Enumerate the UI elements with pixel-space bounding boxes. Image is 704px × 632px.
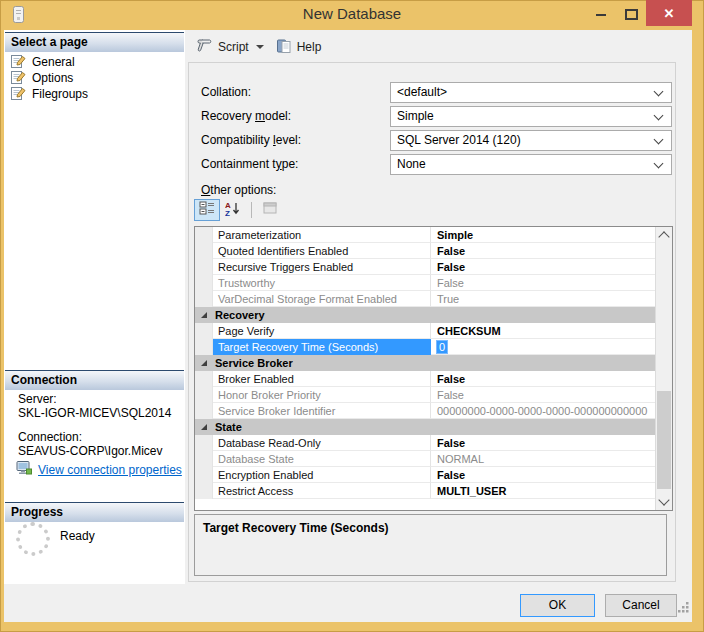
property-name[interactable]: Database State [213, 451, 431, 467]
property-name[interactable]: Parameterization [213, 227, 431, 243]
property-value[interactable]: False [431, 243, 656, 259]
recovery-model-label: Recovery model: [201, 106, 291, 127]
maximize-button[interactable] [616, 0, 646, 26]
property-value[interactable]: Simple [431, 227, 656, 243]
grid-property-row[interactable]: Quoted Identifiers EnabledFalse [195, 243, 656, 259]
grid-property-row[interactable]: Honor Broker PriorityFalse [195, 387, 656, 403]
row-gutter [195, 323, 213, 339]
description-panel: Target Recovery Time (Seconds) [194, 514, 667, 576]
minimize-button[interactable] [586, 0, 616, 26]
cancel-button[interactable]: Cancel [605, 594, 677, 617]
collation-row: Collation:<default> [189, 82, 675, 103]
recovery-model-combobox[interactable]: Simple [390, 106, 672, 127]
property-value[interactable]: False [431, 467, 656, 483]
sidebar-item-general[interactable]: General [10, 54, 183, 70]
grid-property-row[interactable]: Encryption EnabledFalse [195, 467, 656, 483]
grid-property-row[interactable]: Restrict AccessMULTI_USER [195, 483, 656, 499]
combobox-value: SQL Server 2014 (120) [397, 133, 521, 147]
property-value[interactable]: True [431, 291, 656, 307]
property-value[interactable]: False [431, 371, 656, 387]
property-name[interactable]: Broker Enabled [213, 371, 431, 387]
script-button[interactable]: Script [190, 35, 270, 59]
book-icon [276, 38, 292, 57]
grid-category-row[interactable]: Service Broker [195, 355, 656, 371]
grid-property-row[interactable]: ParameterizationSimple [195, 227, 656, 243]
categorized-view-button[interactable] [194, 199, 220, 221]
grid-property-row[interactable]: TrustworthyFalse [195, 275, 656, 291]
scroll-up-arrow-icon[interactable] [658, 231, 669, 242]
combobox-value: Simple [397, 109, 434, 123]
row-gutter [195, 467, 213, 483]
resize-grip[interactable] [676, 600, 690, 618]
property-name[interactable]: Restrict Access [213, 483, 431, 499]
row-gutter [195, 435, 213, 451]
sidebar-item-filegroups[interactable]: Filegroups [10, 86, 183, 102]
property-name[interactable]: Target Recovery Time (Seconds) [213, 339, 431, 355]
property-value[interactable]: False [431, 435, 656, 451]
recovery-model-row: Recovery model:Simple [189, 106, 675, 127]
chevron-down-icon[interactable] [654, 135, 664, 145]
containment-type-combobox[interactable]: None [390, 154, 672, 175]
property-value[interactable]: 0 [431, 339, 656, 355]
property-name[interactable]: Quoted Identifiers Enabled [213, 243, 431, 259]
property-name[interactable]: Recursive Triggers Enabled [213, 259, 431, 275]
grid-category-row[interactable]: State [195, 419, 656, 435]
page-item-label: Filegroups [32, 87, 88, 101]
grid-category-row[interactable]: Recovery [195, 307, 656, 323]
property-value[interactable]: False [431, 275, 656, 291]
property-value[interactable]: 00000000-0000-0000-0000-000000000000 [431, 403, 656, 419]
right-panel: Script Help Collation:<default>Recovery … [185, 30, 692, 622]
grid-property-row[interactable]: Broker EnabledFalse [195, 371, 656, 387]
chevron-down-icon[interactable] [654, 87, 664, 97]
property-name[interactable]: Page Verify [213, 323, 431, 339]
property-value[interactable]: NORMAL [431, 451, 656, 467]
chevron-down-icon[interactable] [654, 111, 664, 121]
property-value[interactable]: False [431, 387, 656, 403]
page-list: GeneralOptionsFilegroups [10, 54, 183, 102]
view-connection-properties-link[interactable]: View connection properties [38, 463, 182, 477]
grid-property-row[interactable]: Recursive Triggers EnabledFalse [195, 259, 656, 275]
grid-property-row[interactable]: Database StateNORMAL [195, 451, 656, 467]
property-name[interactable]: Trustworthy [213, 275, 431, 291]
containment-type-label: Containment type: [201, 154, 298, 175]
chevron-down-icon[interactable] [654, 159, 664, 169]
svg-text:Z: Z [225, 209, 230, 216]
grid-property-row[interactable]: Service Broker Identifier00000000-0000-0… [195, 403, 656, 419]
grid-property-row[interactable]: Target Recovery Time (Seconds)0 [195, 339, 656, 355]
property-grid: ParameterizationSimpleQuoted Identifiers… [194, 226, 673, 511]
close-button[interactable]: ✕ [646, 0, 692, 26]
scrollbar-thumb[interactable] [657, 391, 671, 489]
property-name[interactable]: Encryption Enabled [213, 467, 431, 483]
titlebar[interactable]: New Database ✕ [0, 0, 704, 30]
connection-label: Connection: [18, 430, 82, 444]
grid-scrollbar[interactable] [655, 227, 672, 510]
help-button[interactable]: Help [270, 35, 328, 60]
compatibility-level-row: Compatibility level:SQL Server 2014 (120… [189, 130, 675, 151]
server-label: Server: [18, 392, 57, 406]
property-name[interactable]: VarDecimal Storage Format Enabled [213, 291, 431, 307]
selected-edit-text[interactable]: 0 [437, 341, 447, 353]
script-dropdown-arrow-icon[interactable] [256, 45, 264, 49]
maximize-icon [625, 9, 638, 20]
property-name[interactable]: Service Broker Identifier [213, 403, 431, 419]
property-name[interactable]: Database Read-Only [213, 435, 431, 451]
sidebar-item-options[interactable]: Options [10, 70, 183, 86]
scroll-icon [196, 38, 213, 56]
property-value[interactable]: False [431, 259, 656, 275]
collation-combobox[interactable]: <default> [390, 82, 672, 103]
row-gutter [195, 403, 213, 419]
property-grid-rows: ParameterizationSimpleQuoted Identifiers… [195, 227, 656, 510]
property-value[interactable]: MULTI_USER [431, 483, 656, 499]
progress-status: Ready [60, 529, 95, 543]
grid-property-row[interactable]: Page VerifyCHECKSUM [195, 323, 656, 339]
connection-value: SEAVUS-CORP\Igor.Micev [18, 444, 162, 458]
property-name[interactable]: Honor Broker Priority [213, 387, 431, 403]
scroll-down-arrow-icon[interactable] [658, 494, 669, 505]
ok-button[interactable]: OK [520, 594, 595, 617]
grid-property-row[interactable]: Database Read-OnlyFalse [195, 435, 656, 451]
property-value[interactable]: CHECKSUM [431, 323, 656, 339]
grid-property-row[interactable]: VarDecimal Storage Format EnabledTrue [195, 291, 656, 307]
alphabetical-sort-button[interactable]: AZ [220, 199, 246, 221]
page-item-label: Options [32, 71, 73, 85]
compatibility-level-combobox[interactable]: SQL Server 2014 (120) [390, 130, 672, 151]
